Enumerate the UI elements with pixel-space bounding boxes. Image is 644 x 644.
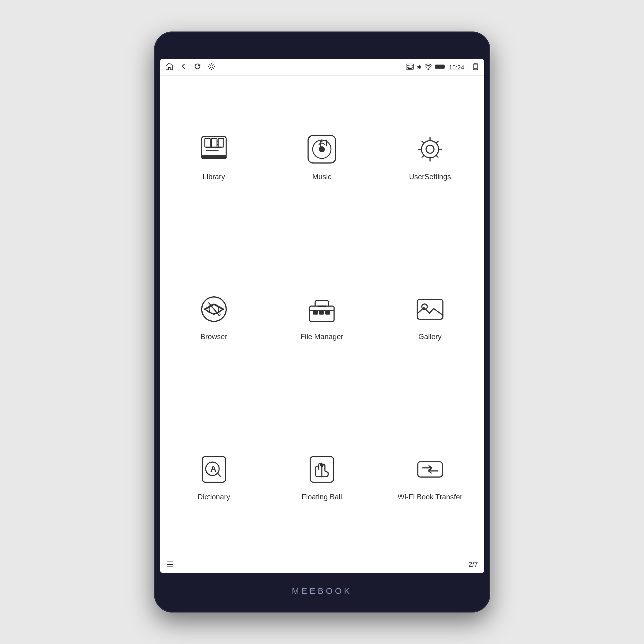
device-bottom: MEEBOOK — [160, 576, 484, 606]
svg-point-21 — [428, 68, 429, 69]
svg-line-5 — [209, 64, 209, 64]
home-icon[interactable] — [165, 62, 174, 72]
svg-rect-32 — [212, 138, 217, 147]
gallery-icon — [412, 291, 448, 328]
status-left — [165, 62, 216, 72]
usersettings-label: UserSettings — [409, 172, 451, 181]
dictionary-label: Dictionary — [197, 493, 230, 501]
floatingball-label: Floating Ball — [302, 493, 342, 501]
app-wifibooktransfer[interactable]: Wi-Fi Book Transfer — [376, 396, 484, 556]
svg-rect-23 — [436, 65, 444, 68]
menu-icon[interactable]: ☰ — [166, 560, 173, 569]
page-indicator: 2/7 — [469, 561, 478, 569]
library-icon — [196, 131, 232, 167]
app-usersettings[interactable]: UserSettings — [376, 76, 484, 236]
library-label: Library — [203, 172, 225, 181]
screen: ✱ 16:24 | — [160, 59, 484, 573]
svg-rect-33 — [218, 138, 224, 147]
filemanager-icon — [304, 291, 340, 328]
svg-rect-62 — [313, 311, 318, 314]
device: ✱ 16:24 | — [154, 31, 490, 613]
app-dictionary[interactable]: A Dictionary — [160, 396, 268, 556]
brand-label: MEEBOOK — [292, 586, 352, 596]
svg-line-52 — [422, 141, 424, 143]
svg-line-8 — [209, 68, 209, 69]
separator: | — [467, 64, 469, 71]
svg-line-54 — [436, 141, 438, 143]
browser-icon — [196, 291, 232, 328]
svg-rect-63 — [319, 311, 324, 314]
bottom-bar: ☰ 2/7 — [160, 556, 484, 573]
screen-rotate-icon — [472, 63, 479, 72]
status-bar: ✱ 16:24 | — [160, 59, 484, 76]
app-filemanager[interactable]: File Manager — [268, 236, 376, 396]
svg-line-6 — [213, 68, 214, 69]
filemanager-label: File Manager — [300, 333, 343, 341]
status-right: ✱ 16:24 | — [406, 63, 479, 72]
svg-line-53 — [436, 155, 438, 157]
bluetooth-icon: ✱ — [417, 64, 421, 71]
svg-rect-66 — [417, 299, 443, 319]
wifibooktransfer-icon — [412, 451, 448, 488]
app-grid: Library Music — [160, 76, 484, 556]
battery-icon — [435, 64, 446, 71]
svg-line-55 — [422, 155, 424, 157]
app-browser[interactable]: Browser — [160, 236, 268, 396]
svg-rect-64 — [326, 311, 330, 314]
music-label: Music — [312, 172, 332, 181]
refresh-icon[interactable] — [193, 62, 202, 72]
svg-rect-31 — [205, 138, 210, 147]
brightness-icon[interactable] — [207, 62, 216, 72]
app-library[interactable]: Library — [160, 76, 268, 236]
svg-point-0 — [210, 65, 213, 68]
svg-rect-25 — [474, 64, 477, 68]
gallery-label: Gallery — [418, 333, 442, 341]
svg-point-47 — [426, 145, 434, 153]
keyboard-icon — [406, 64, 414, 71]
floatingball-icon — [304, 451, 340, 488]
svg-text:A: A — [210, 464, 216, 474]
wifibooktransfer-label: Wi-Fi Book Transfer — [398, 493, 462, 501]
music-icon — [304, 131, 340, 167]
usersettings-icon — [412, 131, 448, 167]
time-display: 16:24 — [449, 64, 464, 71]
app-music[interactable]: Music — [268, 76, 376, 236]
device-top — [160, 38, 484, 56]
svg-line-7 — [213, 64, 214, 64]
dictionary-icon: A — [196, 451, 232, 488]
browser-label: Browser — [201, 333, 227, 341]
app-floatingball[interactable]: Floating Ball — [268, 396, 376, 556]
back-icon[interactable] — [179, 62, 188, 72]
svg-point-74 — [321, 464, 323, 466]
app-gallery[interactable]: Gallery — [376, 236, 484, 396]
wifi-icon — [425, 64, 432, 71]
